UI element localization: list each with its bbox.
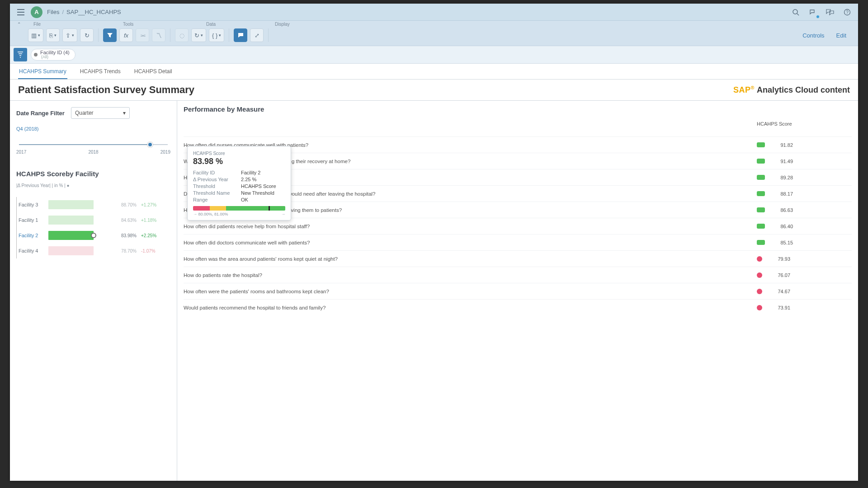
date-range-label: Date Range Filter <box>16 110 65 117</box>
link-button[interactable]: ⫘ <box>136 28 149 42</box>
right-panel: Performance by Measure HCAHPS Score How … <box>177 101 858 481</box>
performance-score: 91.82 <box>770 142 793 148</box>
facility-delta: +2.25% <box>141 233 156 238</box>
avatar[interactable]: A <box>31 6 42 18</box>
tooltip-key: Threshold <box>193 183 237 189</box>
chevron-down-icon: ▾ <box>123 110 126 116</box>
performance-score: 76.07 <box>768 272 790 278</box>
svg-point-0 <box>793 9 797 14</box>
facility-bar <box>48 200 118 209</box>
breadcrumb: Files / SAP__HC_HCAHPS <box>47 9 121 15</box>
tooltip-range-low: → 80.00%, 81.00% <box>193 212 228 216</box>
fullscreen-button[interactable]: ⤢ <box>250 28 264 42</box>
page-title: Patient Satisfaction Survey Summary <box>18 84 194 96</box>
filter-bar-toggle[interactable] <box>14 48 27 61</box>
tooltip-key: Threshold Name <box>193 190 237 196</box>
status-bad-icon <box>757 305 762 310</box>
trend-button[interactable]: 〽 <box>152 28 165 42</box>
date-slider[interactable]: 2017 2018 2019 <box>16 144 170 155</box>
controls-button[interactable]: Controls <box>798 29 829 42</box>
tooltip-scale-segment <box>226 206 285 211</box>
collapse-toolbar-icon[interactable]: ⌃ <box>17 22 24 27</box>
group-label-file: File <box>33 22 113 27</box>
status-bad-icon <box>757 289 762 294</box>
variables-button[interactable]: { }▾ <box>209 28 224 42</box>
comments-button[interactable] <box>234 28 247 42</box>
performance-row[interactable]: How often were the patients' rooms and b… <box>184 283 852 299</box>
save-button[interactable]: ▥▾ <box>28 28 43 42</box>
performance-score: 88.17 <box>770 191 793 197</box>
facility-bar-row[interactable]: Facility 478.70%-1.07% <box>19 243 170 258</box>
performance-score: 91.49 <box>770 159 793 164</box>
facility-chart-title: HCAHPS Scoreby Facility <box>16 170 170 178</box>
tooltip-scale-segment <box>193 206 210 211</box>
facility-score: 88.70% <box>121 202 138 207</box>
svg-text:?: ? <box>846 10 849 15</box>
tooltip-metric-label: HCAHPS Score <box>193 151 285 156</box>
reload-button[interactable]: ↻▾ <box>191 28 206 42</box>
status-ok-icon <box>757 191 765 196</box>
tab-hcahps-detail[interactable]: HCAHPS Detail <box>133 64 173 79</box>
facility-chart-subtitle: |Δ Previous Year| | in % | ● <box>16 183 170 188</box>
filter-button[interactable] <box>103 28 117 42</box>
facility-bar-marker <box>91 233 96 238</box>
discuss-icon[interactable] <box>825 7 835 18</box>
menu-icon[interactable] <box>15 7 26 18</box>
performance-row[interactable]: Would patients recommend the hospital to… <box>184 299 852 315</box>
collaborate-icon[interactable] <box>807 7 818 18</box>
facility-bar <box>48 246 118 255</box>
search-icon[interactable] <box>790 7 801 18</box>
brand-suffix: Analytics Cloud content <box>757 85 850 94</box>
tooltip-scale-segment <box>210 206 226 211</box>
toolbar-group-file: ▥▾ ⎘▾ ⇪▾ ↻ <box>28 28 99 42</box>
chip-sub: (All) <box>41 55 70 59</box>
performance-row[interactable]: How do patients rate the hospital?76.07 <box>184 267 852 283</box>
tab-bar: HCAHPS SummaryHCAHPS TrendsHCAHPS Detail <box>10 64 858 80</box>
performance-score: 89.28 <box>770 175 793 180</box>
share-button[interactable]: ⇪▾ <box>62 28 77 42</box>
tab-hcahps-summary[interactable]: HCAHPS Summary <box>18 64 67 79</box>
facility-bar-row[interactable]: Facility 283.98%+2.25% <box>19 228 170 243</box>
slider-handle[interactable] <box>147 142 153 147</box>
status-bad-icon <box>757 272 762 278</box>
toolbar: ⌃ File Tools Data Display ▥▾ ⎘▾ ⇪▾ ↻ fx … <box>10 21 858 46</box>
sap-logo: SAP® <box>733 85 755 94</box>
date-range-crumb[interactable]: Q4 (2018) <box>16 126 170 131</box>
facility-bar-row[interactable]: Facility 388.70%+1.27% <box>19 197 170 212</box>
tooltip-value-cell: Facility 2 <box>241 170 285 175</box>
breadcrumb-root[interactable]: Files <box>47 9 59 15</box>
refresh-button[interactable]: ↻ <box>80 28 94 42</box>
facility-delta: +1.18% <box>141 218 156 223</box>
performance-question: How often did doctors communicate well w… <box>184 240 757 245</box>
help-icon[interactable]: ? <box>842 7 853 18</box>
date-range-value: Quarter <box>75 110 94 116</box>
facility-bar <box>48 231 118 240</box>
performance-score: 86.40 <box>770 224 793 229</box>
facility-delta: +1.27% <box>141 202 156 207</box>
app-frame: A Files / SAP__HC_HCAHPS ? ⌃ File <box>10 4 858 481</box>
filter-chip-facility[interactable]: Facility ID (4) (All) <box>31 49 75 61</box>
breadcrumb-sep: / <box>62 9 64 15</box>
performance-question: How do patients rate the hospital? <box>184 272 757 278</box>
data-view-button[interactable]: ◌ <box>175 28 189 42</box>
performance-row[interactable]: How often was the area around patients' … <box>184 250 852 267</box>
formula-button[interactable]: fx <box>119 28 133 42</box>
facility-bar-row[interactable]: Facility 184.63%+1.18% <box>19 212 170 228</box>
status-ok-icon <box>757 240 765 245</box>
performance-score: 74.67 <box>768 289 790 294</box>
performance-row[interactable]: How often did doctors communicate well w… <box>184 234 852 250</box>
performance-score: 79.93 <box>768 256 790 262</box>
datapoint-tooltip: HCAHPS Score 83.98 % Facility IDFacility… <box>187 146 291 221</box>
facility-label: Facility 3 <box>19 202 46 207</box>
export-button[interactable]: ⎘▾ <box>46 28 60 42</box>
breadcrumb-current: SAP__HC_HCAHPS <box>66 9 121 15</box>
edit-button[interactable]: Edit <box>832 29 851 42</box>
performance-question: Would patients recommend the hospital to… <box>184 305 757 310</box>
facility-label: Facility 4 <box>19 248 46 253</box>
score-column-header: HCAHPS Score <box>757 119 852 128</box>
status-ok-icon <box>757 224 765 229</box>
facility-score: 84.63% <box>121 218 138 223</box>
tooltip-value-cell: New Threshold <box>241 190 285 196</box>
tab-hcahps-trends[interactable]: HCAHPS Trends <box>79 64 122 79</box>
date-range-select[interactable]: Quarter ▾ <box>71 107 130 119</box>
